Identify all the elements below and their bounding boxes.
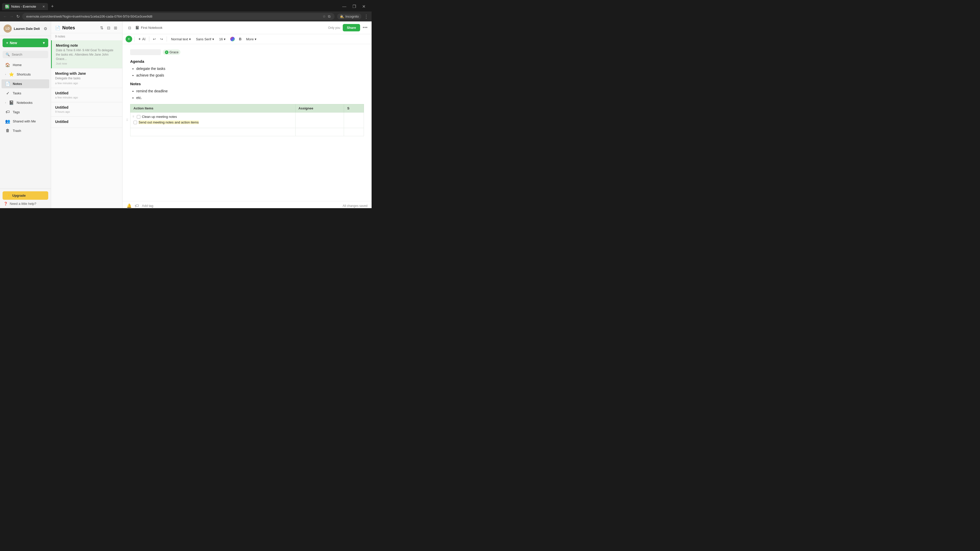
sidebar-item-tasks[interactable]: ✓ Tasks [2, 89, 49, 98]
back-button[interactable]: ← [3, 14, 7, 19]
note-item-meeting-jane[interactable]: Meeting with Jane Delegate the tasks a f… [51, 68, 122, 88]
sidebar-item-tags[interactable]: 🏷 Tags [2, 108, 49, 116]
formatting-bar: + ✦ AI ↩ ↪ Normal text ▾ Sans Serif ▾ 16… [123, 34, 372, 44]
bold-button[interactable]: B [237, 36, 243, 42]
new-tab-button[interactable]: + [49, 3, 56, 10]
notes-header: 📄 Notes ⇅ ⊟ ⊞ [51, 21, 122, 33]
filter-button[interactable]: ⊟ [106, 25, 111, 31]
maximize-button[interactable]: ❐ [350, 3, 358, 10]
dropdown-icon: ▾ [189, 37, 191, 41]
list-item: delegate the tasks [136, 66, 364, 71]
font-size-label: 16 [219, 37, 223, 41]
sidebar-item-label: Tags [13, 110, 20, 114]
tab-close-button[interactable]: ✕ [42, 5, 45, 8]
table-cell-empty [295, 128, 344, 136]
note-title: Meeting with Jane [55, 71, 118, 76]
sidebar-item-home[interactable]: 🏠 Home [2, 60, 49, 69]
note-item-meeting-note[interactable]: Meeting note Date & Time 8 AM- 9 AM Goal… [51, 40, 122, 68]
ai-icon: ✦ [138, 37, 141, 41]
text-style-label: Normal text [171, 37, 188, 41]
editor-topbar: ⊡ 📓 First Notebook Only you Share ••• [123, 21, 372, 34]
active-tab[interactable]: 🐘 Notes - Evernote ✕ [2, 3, 48, 10]
redo-button[interactable]: ↪ [159, 36, 165, 42]
sort-button[interactable]: ⇅ [99, 25, 104, 31]
table-drag-handle[interactable]: ⠿ [126, 118, 128, 122]
new-plus-icon: + [6, 41, 8, 45]
sidebar-item-shortcuts[interactable]: › ⭐ Shortcuts [2, 70, 49, 79]
minimize-button[interactable]: — [340, 3, 348, 10]
tag-icon-button[interactable]: 🏷 [135, 203, 139, 208]
new-button[interactable]: + New ▾ [3, 38, 48, 47]
table-col-status: S [344, 104, 364, 113]
shared-icon: 👥 [5, 119, 10, 124]
task-checkbox-2[interactable] [134, 121, 137, 124]
notes-section-heading: Notes [130, 82, 364, 86]
color-button[interactable] [229, 36, 236, 42]
text-style-select[interactable]: Normal text ▾ [169, 37, 192, 42]
more-options-button[interactable]: ••• [363, 25, 368, 30]
sidebar-item-label: Trash [13, 129, 21, 133]
refresh-button[interactable]: ↻ [16, 14, 20, 19]
search-box[interactable]: 🔍 Search [3, 51, 48, 58]
forward-button[interactable]: → [10, 14, 14, 19]
share-button[interactable]: Share [343, 24, 360, 32]
sidebar-item-label: Home [13, 63, 22, 67]
address-bar[interactable]: evernote.com/client/web?login=true#/note… [22, 13, 334, 20]
incognito-label: Incognito [345, 14, 359, 18]
list-item: ⠿ Clean up meeting notes [134, 114, 292, 119]
help-item[interactable]: ❓ Need a little help? [3, 200, 48, 208]
upgrade-button[interactable]: ⚡ Upgrade [3, 191, 48, 200]
table-cell-assignee [295, 113, 344, 128]
table-row-empty [130, 128, 364, 136]
sidebar-item-shared[interactable]: 👥 Shared with Me [2, 117, 49, 126]
incognito-icon: 🕵 [340, 14, 344, 18]
note-item-untitled-3[interactable]: Untitled [51, 117, 122, 128]
view-button[interactable]: ⊞ [113, 25, 118, 31]
browser-more-button[interactable]: ⋮ [364, 14, 369, 19]
tasks-icon: ✓ [5, 91, 10, 96]
task-text-2: Send out meeting notes and action items [138, 121, 199, 124]
bold-label: B [239, 37, 242, 41]
table-col-action-items: Action Items [130, 104, 296, 113]
window-icon[interactable]: ⧉ [328, 14, 331, 19]
editor-content[interactable]: ✕ Grace Agenda delegate the tasks achiev… [123, 44, 372, 201]
note-item-untitled-1[interactable]: Untitled a few minutes ago [51, 88, 122, 102]
attendee-chip-grace: ✕ Grace [163, 49, 180, 55]
insert-button[interactable]: + [126, 36, 132, 42]
chip-x[interactable]: ✕ [165, 51, 169, 54]
divider [167, 37, 167, 41]
undo-button[interactable]: ↩ [151, 36, 158, 42]
font-size-select[interactable]: 16 ▾ [217, 37, 228, 42]
font-select[interactable]: Sans Serif ▾ [194, 37, 216, 42]
sidebar-item-label: Tasks [13, 91, 21, 95]
more-formatting-button[interactable]: More ▾ [244, 37, 259, 42]
gear-icon[interactable]: ⚙ [44, 26, 47, 31]
table-cell-empty [130, 128, 296, 136]
sidebar-item-label: Shortcuts [17, 73, 30, 76]
close-window-button[interactable]: ✕ [360, 3, 368, 10]
browser-chrome: 🐘 Notes - Evernote ✕ + — ❐ ✕ ← → ↻ evern… [0, 0, 372, 21]
list-item: Send out meeting notes and action items [134, 120, 292, 124]
notes-count: 9 notes [51, 33, 122, 40]
reminder-button[interactable]: 🔔 [127, 203, 132, 208]
sidebar-item-trash[interactable]: 🗑 Trash [2, 126, 49, 135]
help-icon: ❓ [3, 202, 8, 206]
task-checkbox-1[interactable] [137, 115, 140, 119]
note-item-untitled-2[interactable]: Untitled 9 hours ago [51, 102, 122, 117]
note-preview: Delegate the tasks [55, 76, 118, 81]
notes-panel: 📄 Notes ⇅ ⊟ ⊞ 9 notes Meeting note Date … [51, 21, 123, 208]
tab-bar: 🐘 Notes - Evernote ✕ + — ❐ ✕ [0, 0, 372, 11]
star-icon[interactable]: ☆ [323, 14, 326, 19]
sidebar-item-notebooks[interactable]: › 📓 Notebooks [2, 98, 49, 107]
dropdown-icon: ▾ [224, 37, 226, 41]
sidebar-item-notes[interactable]: 📄 Notes [2, 79, 49, 88]
new-chevron-icon: ▾ [43, 41, 45, 45]
row-drag-handle[interactable]: ⠿ [132, 115, 134, 118]
layout-icon-button[interactable]: ⊡ [127, 25, 133, 31]
ai-button[interactable]: ✦ AI [137, 36, 147, 42]
table-cell-actions: ⠿ Clean up meeting notes Send out meetin… [130, 113, 296, 128]
trash-icon: 🗑 [5, 128, 10, 133]
add-tag-label[interactable]: Add tag [142, 204, 153, 208]
notes-panel-icon: 📄 [55, 25, 60, 30]
notebook-reference[interactable]: 📓 First Notebook [135, 26, 162, 30]
